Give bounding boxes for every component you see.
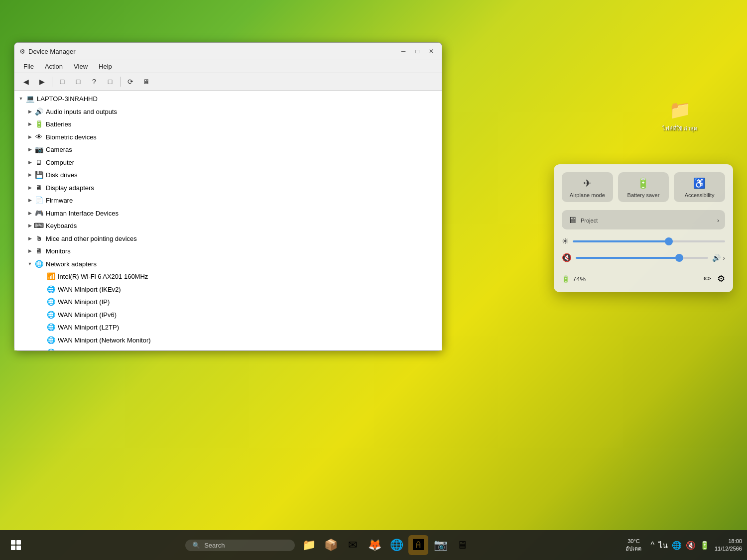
window-titlebar: ⚙ Device Manager ─ □ ✕	[14, 43, 442, 60]
menu-help[interactable]: Help	[94, 61, 117, 72]
toolbar-btn-3[interactable]: □	[55, 75, 70, 88]
biometric-label: Biometric devices	[46, 132, 97, 142]
edit-icon[interactable]: ✏	[704, 273, 711, 284]
audio-label: Audio inputs and outputs	[46, 107, 117, 117]
airplane-mode-button[interactable]: ✈ Airplane mode	[562, 172, 613, 202]
menu-action[interactable]: Action	[40, 61, 68, 72]
hid-expand-icon: ▶	[26, 210, 33, 217]
firmware-icon: 📄	[34, 196, 43, 205]
weather-temp: 30°C	[625, 538, 641, 545]
tray-volume-icon[interactable]: 🔇	[685, 540, 697, 551]
toolbar-help-btn[interactable]: ?	[87, 75, 102, 88]
taskbar: 🔍 Search 📁 📦 ✉ 🦊 🌐 🅰 📷 🖥 30°C อัปเดต ^	[0, 530, 747, 560]
disk-label: Disk drives	[46, 170, 78, 180]
tree-item-display[interactable]: ▶ 🖥 Display adapters	[14, 182, 442, 195]
tree-item-biometric[interactable]: ▶ 👁 Biometric devices	[14, 131, 442, 144]
tree-item-cameras[interactable]: ▶ 📷 Cameras	[14, 143, 442, 156]
tree-item-hid[interactable]: ▶ 🎮 Human Interface Devices	[14, 207, 442, 220]
wan-pppoe-icon: 🌐	[46, 348, 55, 350]
tree-item-batteries[interactable]: ▶ 🔋 Batteries	[14, 118, 442, 131]
tree-item-wan-ikev2[interactable]: 🌐 WAN Miniport (IKEv2)	[14, 283, 442, 296]
taskbar-dropbox[interactable]: 📦	[321, 535, 341, 555]
svg-rect-3	[16, 546, 21, 550]
device-manager-title-icon: ⚙	[19, 48, 25, 55]
tray-thai-icon[interactable]: ไน	[657, 538, 669, 553]
monitors-expand-icon: ▶	[26, 248, 33, 255]
tree-item-audio[interactable]: ▶ 🔊 Audio inputs and outputs	[14, 106, 442, 118]
wifi-icon: 📶	[46, 272, 55, 281]
project-label: Project	[581, 218, 598, 224]
tree-item-keyboards[interactable]: ▶ ⌨ Keyboards	[14, 220, 442, 232]
battery-info: 🔋 74%	[562, 275, 586, 283]
device-tree[interactable]: ▼ 💻 LAPTOP-3INRAHHD ▶ 🔊 Audio inputs and…	[14, 91, 442, 350]
tree-item-disk[interactable]: ▶ 💾 Disk drives	[14, 169, 442, 182]
display-label: Display adapters	[46, 183, 94, 193]
start-button[interactable]	[5, 534, 27, 556]
close-button[interactable]: ✕	[426, 46, 437, 57]
device-manager-title: Device Manager	[28, 48, 76, 55]
clock-date: 11/12/2566	[715, 545, 742, 553]
desktop-icon-recent-files[interactable]: 📁 ไฟล์ที่ใช้ ล่าสุด	[660, 97, 700, 132]
brightness-icon: ☀	[562, 236, 569, 246]
mice-expand-icon: ▶	[26, 235, 33, 242]
disk-expand-icon: ▶	[26, 172, 33, 179]
display-expand-icon: ▶	[26, 184, 33, 191]
qs-edit-settings: ✏ ⚙	[704, 273, 725, 284]
wan-netmon-icon: 🌐	[46, 336, 55, 344]
volume-slider[interactable]	[576, 257, 708, 259]
hid-icon: 🎮	[34, 209, 43, 218]
toolbar-btn-4[interactable]: □	[71, 75, 86, 88]
root-label: LAPTOP-3INRAHHD	[37, 94, 98, 104]
wifi-label: Intel(R) Wi-Fi 6 AX201 160MHz	[58, 272, 148, 282]
tree-item-wan-ipv6[interactable]: 🌐 WAN Miniport (IPv6)	[14, 309, 442, 322]
taskbar-left	[5, 534, 27, 556]
tree-item-wan-netmon[interactable]: 🌐 WAN Miniport (Network Monitor)	[14, 334, 442, 347]
taskbar-clock[interactable]: 18:00 11/12/2566	[715, 538, 742, 553]
tree-item-monitors[interactable]: ▶ 🖥 Monitors	[14, 245, 442, 258]
taskbar-file-explorer[interactable]: 📁	[299, 535, 319, 555]
tree-item-wan-l2tp[interactable]: 🌐 WAN Miniport (L2TP)	[14, 321, 442, 334]
search-bar[interactable]: 🔍 Search	[185, 540, 295, 551]
settings-icon[interactable]: ⚙	[717, 273, 725, 284]
refresh-button[interactable]: ⟳	[123, 75, 138, 88]
tree-item-wifi[interactable]: 📶 Intel(R) Wi-Fi 6 AX201 160MHz	[14, 270, 442, 283]
qs-bottom-row: 🔋 74% ✏ ⚙	[562, 269, 725, 284]
tree-item-wan-ip[interactable]: 🌐 WAN Miniport (IP)	[14, 296, 442, 309]
tree-item-network[interactable]: ▼ 🌐 Network adapters	[14, 258, 442, 271]
tray-globe-icon[interactable]: 🌐	[671, 540, 683, 551]
tree-item-wan-pppoe[interactable]: 🌐 WAN Miniport (PPPOE)	[14, 346, 442, 350]
tray-battery-icon[interactable]: 🔋	[699, 540, 711, 551]
taskbar-amazon[interactable]: 🅰	[408, 535, 428, 555]
menu-view[interactable]: View	[69, 61, 93, 72]
biometric-expand-icon: ▶	[26, 133, 33, 140]
tree-item-computer[interactable]: ▶ 🖥 Computer	[14, 156, 442, 169]
tray-overflow-icon[interactable]: ^	[649, 540, 655, 551]
brightness-slider[interactable]	[573, 240, 725, 242]
mice-icon: 🖱	[34, 234, 43, 243]
taskbar-firefox[interactable]: 🦊	[365, 535, 384, 555]
project-button[interactable]: 🖥 Project ›	[562, 210, 725, 229]
disk-icon: 💾	[34, 171, 43, 180]
device-manager-window: ⚙ Device Manager ─ □ ✕ File Action View …	[14, 42, 442, 351]
toolbar-btn-5[interactable]: □	[103, 75, 118, 88]
display-button[interactable]: 🖥	[139, 75, 154, 88]
battery-saver-button[interactable]: 🔋 Battery saver	[618, 172, 669, 202]
menu-file[interactable]: File	[18, 61, 39, 72]
wan-ikev2-icon: 🌐	[46, 285, 55, 294]
back-button[interactable]: ◀	[18, 75, 33, 88]
tree-item-firmware[interactable]: ▶ 📄 Firmware	[14, 194, 442, 207]
airplane-label: Airplane mode	[570, 192, 605, 198]
tree-root[interactable]: ▼ 💻 LAPTOP-3INRAHHD	[14, 93, 442, 106]
svg-rect-1	[16, 540, 21, 545]
taskbar-mail[interactable]: ✉	[343, 535, 363, 555]
minimize-button[interactable]: ─	[398, 46, 409, 57]
forward-button[interactable]: ▶	[34, 75, 49, 88]
maximize-button[interactable]: □	[412, 46, 423, 57]
accessibility-button[interactable]: ♿ Accessibility	[674, 172, 725, 202]
taskbar-camera[interactable]: 📷	[430, 535, 450, 555]
taskbar-edge[interactable]: 🌐	[386, 535, 406, 555]
network-icon: 🌐	[34, 259, 43, 268]
tree-item-mice[interactable]: ▶ 🖱 Mice and other pointing devices	[14, 232, 442, 245]
airplane-icon: ✈	[583, 177, 592, 189]
taskbar-network-mgr[interactable]: 🖥	[452, 535, 472, 555]
